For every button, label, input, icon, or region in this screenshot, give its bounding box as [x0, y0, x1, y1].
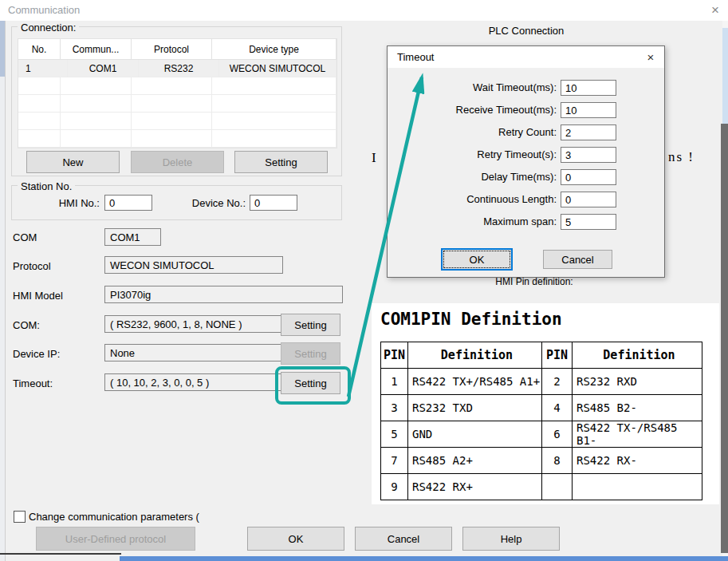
maximum-span-label: Maximum span: — [397, 215, 557, 227]
retry-count-input[interactable] — [561, 124, 616, 140]
device-ip-label: Device IP: — [13, 348, 60, 360]
com-params-label: COM: — [13, 319, 40, 331]
ok-button[interactable]: OK — [247, 527, 344, 551]
col-header-device-type[interactable]: Device type — [212, 39, 336, 59]
pin-table-header-row: PIN Definition PIN Definition — [381, 342, 702, 369]
background-window-bottom-border — [0, 553, 121, 555]
hidden-text-fragment-left: I — [372, 150, 376, 166]
pin-header-3: PIN — [542, 342, 573, 369]
col-header-communication[interactable]: Commun... — [61, 39, 132, 59]
connection-table-header: No. Commun... Protocol Device type — [18, 39, 336, 60]
table-row[interactable]: 1 COM1 RS232 WECON SIMUTOCOL — [18, 60, 336, 77]
new-button[interactable]: New — [26, 151, 120, 173]
timeout-close-icon[interactable]: × — [641, 49, 660, 66]
col-header-protocol[interactable]: Protocol — [132, 39, 212, 59]
receive-timeout-input[interactable] — [561, 102, 616, 118]
table-row-empty — [18, 130, 336, 148]
pin-panel-title: COM1PIN Definition — [380, 310, 562, 329]
pin-table-row: 3RS232 TXD 4RS485 B2- — [381, 395, 702, 421]
retry-count-label: Retry Count: — [397, 126, 557, 138]
window-title: Communication — [8, 4, 80, 16]
change-params-label: Change communication parameters ( — [29, 511, 199, 523]
background-window-left-edge — [0, 0, 6, 561]
setting-button-com[interactable]: Setting — [281, 314, 340, 336]
pin-definition-panel: COM1PIN Definition PIN Definition PIN De… — [372, 303, 719, 504]
plc-connection-heading: PLC Connection — [399, 25, 654, 37]
hmi-pin-definition-label: HMI Pin definition: — [447, 276, 622, 287]
close-icon[interactable]: × — [706, 2, 724, 19]
device-ip-value: None — [104, 344, 283, 361]
setting-button-connection[interactable]: Setting — [234, 151, 328, 173]
wait-timeout-input[interactable] — [561, 80, 616, 96]
timeout-ok-button[interactable]: OK — [441, 248, 513, 271]
pin-header-4: Definition — [573, 342, 702, 369]
receive-timeout-label: Receive Timeout(ms): — [397, 104, 557, 116]
hmi-no-input[interactable] — [104, 195, 152, 211]
user-defined-protocol-button: User-Defined protocol — [36, 527, 195, 551]
change-params-checkbox[interactable] — [14, 511, 26, 523]
wait-timeout-label: Wait Timeout(ms): — [397, 81, 557, 93]
delay-time-label: Delay Time(ms): — [397, 171, 557, 183]
com-params-value: ( RS232, 9600, 1, 8, NONE ) — [104, 315, 283, 333]
timeout-dialog-title: Timeout — [397, 51, 434, 63]
help-button[interactable]: Help — [462, 527, 560, 551]
setting-button-device-ip: Setting — [281, 342, 340, 365]
hmi-model-label: HMI Model — [13, 290, 63, 302]
continuous-length-input[interactable] — [561, 192, 616, 207]
pin-table-row: 5GND 6RS422 TX-/RS485 B1- — [381, 421, 702, 448]
maximum-span-input[interactable] — [561, 214, 616, 230]
cell-protocol: RS232 — [139, 60, 219, 77]
timeout-label: Timeout: — [13, 377, 53, 389]
pin-header-2: Definition — [408, 342, 542, 369]
hmi-model-value: PI3070ig — [104, 286, 343, 303]
com-value: COM1 — [104, 228, 161, 246]
com-label: COM — [13, 231, 37, 243]
title-bar — [0, 0, 728, 21]
pin-header-1: PIN — [381, 342, 408, 369]
timeout-cancel-button[interactable]: Cancel — [543, 250, 612, 269]
delay-time-input[interactable] — [561, 169, 616, 185]
station-group-label: Station No. — [18, 180, 75, 192]
cell-no: 1 — [18, 60, 68, 77]
cell-device-type: WECON SIMUTOCOL — [219, 60, 336, 77]
cell-communication: COM1 — [68, 60, 139, 77]
communication-dialog: Communication × Connection: No. Commun..… — [0, 0, 728, 561]
pin-table-row: 7RS485 A2+ 8RS422 RX- — [381, 448, 702, 474]
connection-group-label: Connection: — [18, 22, 79, 34]
delete-button: Delete — [131, 151, 224, 173]
protocol-value: WECON SIMUTOCOL — [104, 256, 283, 274]
table-row-empty — [18, 113, 336, 130]
pin-table: PIN Definition PIN Definition 1RS422 TX+… — [380, 342, 702, 500]
pin-table-row: 9RS422 RX+ — [381, 474, 702, 500]
background-window-left-edge-top — [0, 21, 5, 77]
continuous-length-label: Continuous Length: — [397, 193, 557, 205]
hidden-text-fragment-right: ns ! — [668, 149, 695, 165]
protocol-label: Protocol — [13, 260, 51, 272]
pin-table-row: 1RS422 TX+/RS485 A1+ 2RS232 RXD — [381, 369, 702, 395]
retry-timeout-input[interactable] — [561, 147, 616, 163]
background-window-right-edge-blue — [722, 28, 728, 124]
col-header-no[interactable]: No. — [18, 39, 61, 59]
retry-timeout-label: Retry Timeout(s): — [397, 148, 557, 160]
device-no-label: Device No.: — [183, 197, 246, 209]
highlight-annotation-rect — [275, 366, 351, 405]
device-no-input[interactable] — [250, 195, 297, 211]
background-window-bottom-edge — [120, 556, 728, 561]
hmi-no-label: HMI No.: — [28, 197, 100, 209]
table-row-empty — [18, 77, 336, 95]
timeout-dialog: Timeout × Wait Timeout(ms): Receive Time… — [387, 45, 665, 278]
connection-table[interactable]: No. Commun... Protocol Device type 1 COM… — [18, 38, 337, 148]
cancel-button[interactable]: Cancel — [355, 527, 452, 551]
background-window-right-edge-dark — [721, 124, 728, 553]
timeout-value: ( 10, 10, 2, 3, 0, 0, 5 ) — [104, 373, 283, 391]
table-row-empty — [18, 95, 336, 113]
